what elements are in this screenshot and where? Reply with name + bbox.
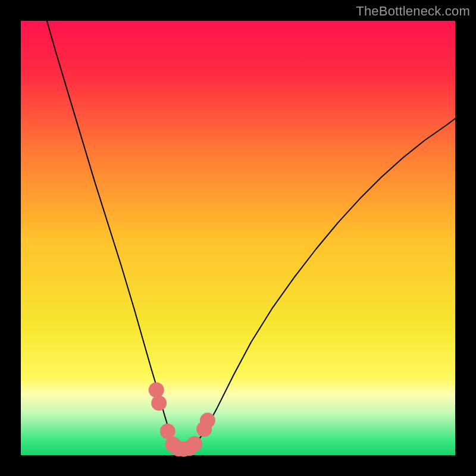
highlight-dot: [200, 413, 215, 428]
highlight-dot: [149, 383, 164, 398]
highlight-dot: [151, 395, 167, 411]
watermark-text: TheBottleneck.com: [356, 4, 470, 19]
bottleneck-chart: [0, 0, 476, 476]
chart-container: TheBottleneck.com: [0, 0, 476, 476]
highlight-dot: [187, 436, 202, 452]
plot-background: [21, 21, 455, 455]
